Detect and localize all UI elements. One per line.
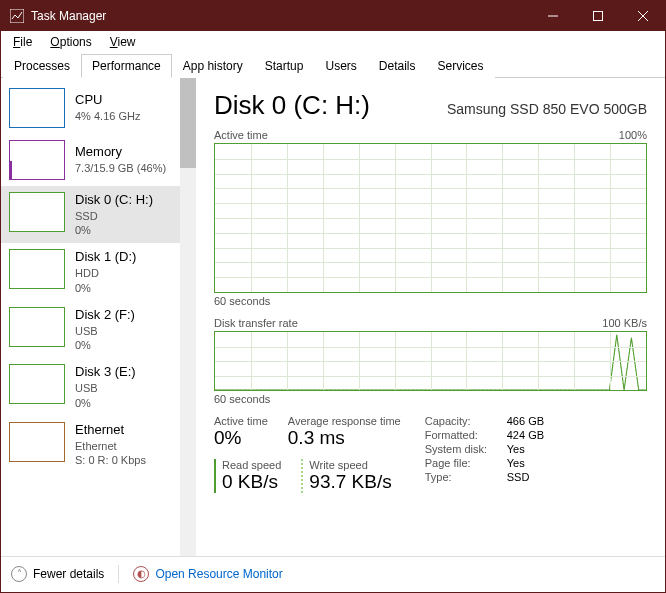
sidebar-item-disk-1-d-[interactable]: Disk 1 (D:)HDD0% xyxy=(1,243,196,300)
transfer-rate-chart xyxy=(214,331,647,391)
tab-services[interactable]: Services xyxy=(427,54,495,78)
stat-read-value: 0 KB/s xyxy=(222,471,281,493)
resource-monitor-icon: ◐ xyxy=(133,566,149,582)
prop-formatted-v: 424 GB xyxy=(507,429,544,441)
prop-pagefile-v: Yes xyxy=(507,457,525,469)
svg-rect-0 xyxy=(10,9,24,23)
chart2-label: Disk transfer rate xyxy=(214,317,298,329)
menu-view[interactable]: View xyxy=(102,33,144,51)
sidebar-item-sub1: SSD xyxy=(75,209,153,223)
sidebar-item-ethernet[interactable]: EthernetEthernetS: 0 R: 0 Kbps xyxy=(1,416,196,473)
stat-write-value: 93.7 KB/s xyxy=(309,471,391,493)
maximize-button[interactable] xyxy=(575,1,620,31)
close-button[interactable] xyxy=(620,1,665,31)
prop-capacity-k: Capacity: xyxy=(425,415,507,427)
prop-formatted-k: Formatted: xyxy=(425,429,507,441)
sidebar-item-sub2: S: 0 R: 0 Kbps xyxy=(75,453,146,467)
sidebar-scrollbar[interactable] xyxy=(180,78,196,556)
sidebar-item-disk-2-f-[interactable]: Disk 2 (F:)USB0% xyxy=(1,301,196,358)
sidebar-item-sub1: Ethernet xyxy=(75,439,146,453)
sidebar-item-memory[interactable]: Memory7.3/15.9 GB (46%) xyxy=(1,134,196,186)
sidebar-item-title: Disk 3 (E:) xyxy=(75,364,136,381)
open-resource-monitor-link[interactable]: ◐ Open Resource Monitor xyxy=(133,566,282,582)
window-title: Task Manager xyxy=(31,9,530,23)
sidebar-item-sub1: 7.3/15.9 GB (46%) xyxy=(75,161,166,175)
chart1-label: Active time xyxy=(214,129,268,141)
stat-active-time-value: 0% xyxy=(214,427,268,449)
sidebar-item-sub1: 4% 4.16 GHz xyxy=(75,109,140,123)
tab-startup[interactable]: Startup xyxy=(254,54,315,78)
menu-options[interactable]: Options xyxy=(42,33,99,51)
stat-active-time-label: Active time xyxy=(214,415,268,427)
performance-sidebar[interactable]: CPU4% 4.16 GHzMemory7.3/15.9 GB (46%)Dis… xyxy=(1,78,196,477)
sidebar-item-title: CPU xyxy=(75,92,140,109)
stat-avg-resp-value: 0.3 ms xyxy=(288,427,401,449)
sidebar-item-title: Disk 2 (F:) xyxy=(75,307,135,324)
scrollbar-thumb[interactable] xyxy=(180,78,196,168)
sidebar-thumb xyxy=(9,422,65,462)
fewer-details-button[interactable]: ˄ Fewer details xyxy=(11,566,104,582)
sidebar-thumb xyxy=(9,140,65,180)
chart1-max: 100% xyxy=(619,129,647,141)
task-manager-icon xyxy=(9,8,25,24)
sidebar-thumb xyxy=(9,249,65,289)
chart2-footer: 60 seconds xyxy=(214,393,647,405)
prop-type-v: SSD xyxy=(507,471,530,483)
stat-read-label: Read speed xyxy=(222,459,281,471)
chart1-footer: 60 seconds xyxy=(214,295,647,307)
titlebar[interactable]: Task Manager xyxy=(1,1,665,31)
main-panel: Disk 0 (C: H:) Samsung SSD 850 EVO 500GB… xyxy=(196,78,665,556)
sidebar-item-disk-0-c-h-[interactable]: Disk 0 (C: H:)SSD0% xyxy=(1,186,196,243)
prop-systemdisk-k: System disk: xyxy=(425,443,507,455)
sidebar-item-cpu[interactable]: CPU4% 4.16 GHz xyxy=(1,82,196,134)
prop-systemdisk-v: Yes xyxy=(507,443,525,455)
tab-strip: Processes Performance App history Startu… xyxy=(1,53,665,78)
minimize-button[interactable] xyxy=(530,1,575,31)
stat-avg-resp-label: Average response time xyxy=(288,415,401,427)
sidebar-item-title: Memory xyxy=(75,144,166,161)
tab-users[interactable]: Users xyxy=(314,54,367,78)
menubar: File Options View xyxy=(1,31,665,53)
resource-model: Samsung SSD 850 EVO 500GB xyxy=(447,101,647,117)
tab-details[interactable]: Details xyxy=(368,54,427,78)
sidebar-item-sub2: 0% xyxy=(75,281,136,295)
sidebar-item-sub2: 0% xyxy=(75,396,136,410)
sidebar-item-disk-3-e-[interactable]: Disk 3 (E:)USB0% xyxy=(1,358,196,415)
menu-file[interactable]: File xyxy=(5,33,40,51)
sidebar-item-title: Disk 0 (C: H:) xyxy=(75,192,153,209)
resource-title: Disk 0 (C: H:) xyxy=(214,90,370,121)
prop-type-k: Type: xyxy=(425,471,507,483)
chevron-up-icon: ˄ xyxy=(11,566,27,582)
sidebar-item-title: Disk 1 (D:) xyxy=(75,249,136,266)
sidebar-thumb xyxy=(9,192,65,232)
sidebar-item-sub1: USB xyxy=(75,324,135,338)
sidebar-item-title: Ethernet xyxy=(75,422,146,439)
svg-rect-2 xyxy=(593,12,602,21)
tab-performance[interactable]: Performance xyxy=(81,54,172,78)
orm-label: Open Resource Monitor xyxy=(155,567,282,581)
sidebar-thumb xyxy=(9,364,65,404)
active-time-chart xyxy=(214,143,647,293)
sidebar-item-sub2: 0% xyxy=(75,223,153,237)
prop-capacity-v: 466 GB xyxy=(507,415,544,427)
tab-processes[interactable]: Processes xyxy=(3,54,81,78)
sidebar-thumb xyxy=(9,307,65,347)
sidebar-item-sub1: USB xyxy=(75,381,136,395)
footer-divider xyxy=(118,565,119,583)
sidebar-item-sub2: 0% xyxy=(75,338,135,352)
chart2-max: 100 KB/s xyxy=(602,317,647,329)
tab-app-history[interactable]: App history xyxy=(172,54,254,78)
footer-bar: ˄ Fewer details ◐ Open Resource Monitor xyxy=(1,556,665,590)
fewer-details-label: Fewer details xyxy=(33,567,104,581)
prop-pagefile-k: Page file: xyxy=(425,457,507,469)
stat-write-label: Write speed xyxy=(309,459,391,471)
sidebar-thumb xyxy=(9,88,65,128)
sidebar-item-sub1: HDD xyxy=(75,266,136,280)
